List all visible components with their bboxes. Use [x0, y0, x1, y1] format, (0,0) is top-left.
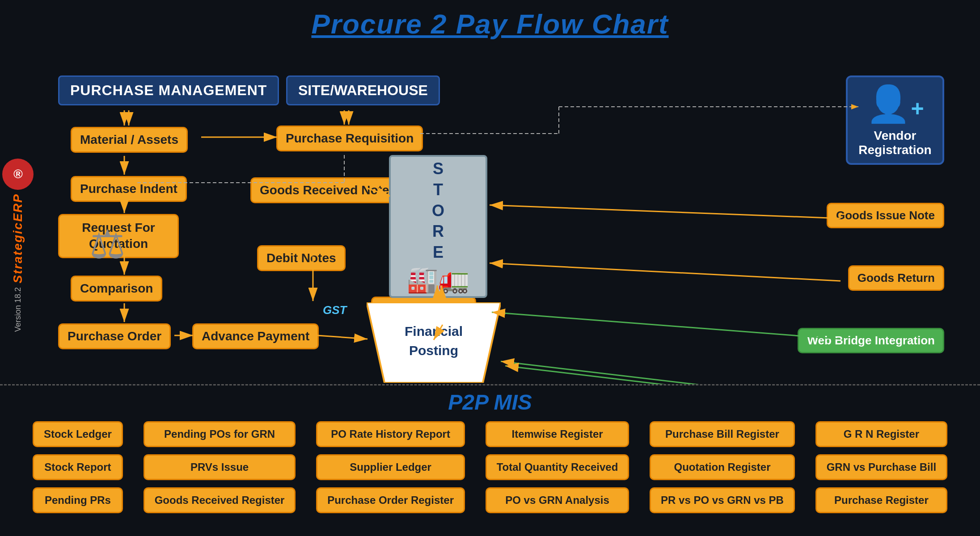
mis-item-goods-received-register[interactable]: Goods Received Register: [144, 487, 296, 513]
mis-item-total-qty-received[interactable]: Total Quantity Received: [486, 454, 629, 480]
svg-marker-0: [367, 302, 501, 383]
vendor-icon: 👤+: [866, 83, 924, 125]
web-bridge-integration-box[interactable]: Web Bridge Integration: [798, 328, 944, 353]
mis-item-pending-prs[interactable]: Pending PRs: [33, 487, 123, 513]
mis-item-po-rate-history[interactable]: PO Rate History Report: [316, 421, 465, 447]
site-warehouse-header: SITE/WAREHOUSE: [286, 75, 440, 105]
scale-icon: ⚖: [89, 221, 126, 268]
mis-col-2: Pending POs for GRN PRVs Issue Goods Rec…: [144, 421, 296, 513]
store-letters: STORE: [432, 159, 444, 263]
vendor-registration-box[interactable]: 👤+ Vendor Registration: [846, 75, 944, 165]
mis-item-grn-vs-pb[interactable]: GRN vs Purchase Bill: [815, 454, 947, 480]
svg-line-26: [490, 205, 841, 218]
flowchart-area: ® StrategicERP Version 18.2 PURCHASE MAN…: [0, 44, 980, 406]
mis-item-pr-po-grn-pb[interactable]: PR vs PO vs GRN vs PB: [650, 487, 795, 513]
mis-col-1: Stock Ledger Stock Report Pending PRs: [33, 421, 123, 513]
mis-col-3: PO Rate History Report Supplier Ledger P…: [316, 421, 465, 513]
main-container: Procure 2 Pay Flow Chart ® StrategicERP …: [0, 0, 980, 536]
mis-col-6: G R N Register GRN vs Purchase Bill Purc…: [815, 421, 947, 513]
goods-issue-note-box[interactable]: Goods Issue Note: [827, 203, 944, 228]
mis-title: P2P MIS: [0, 385, 980, 421]
mis-item-quotation-register[interactable]: Quotation Register: [650, 454, 795, 480]
goods-received-note-box[interactable]: Goods Received Note: [250, 177, 398, 203]
purchase-management-header: PURCHASE MANAGEMENT: [58, 75, 279, 105]
purchase-indent-box[interactable]: Purchase Indent: [71, 176, 187, 202]
mis-item-supplier-ledger[interactable]: Supplier Ledger: [316, 454, 465, 480]
mis-col-4: Itemwise Register Total Quantity Receive…: [486, 421, 629, 513]
mis-item-po-vs-grn[interactable]: PO vs GRN Analysis: [486, 487, 629, 513]
debit-notes-box[interactable]: Debit Notes: [257, 245, 346, 271]
svg-text:Financial: Financial: [405, 324, 463, 339]
svg-line-27: [490, 263, 841, 281]
advance-payment-box[interactable]: Advance Payment: [192, 323, 319, 349]
vendor-registration-label: Vendor Registration: [858, 129, 931, 157]
logo-circle: ®: [2, 159, 34, 190]
mis-item-po-register[interactable]: Purchase Order Register: [316, 487, 465, 513]
mis-item-stock-report[interactable]: Stock Report: [33, 454, 123, 480]
svg-line-18: [317, 335, 368, 339]
mis-item-grn-register[interactable]: G R N Register: [815, 421, 947, 447]
store-box: STORE 🏭🚛: [389, 155, 487, 298]
mis-grid: Stock Ledger Stock Report Pending PRs Pe…: [0, 421, 980, 513]
mis-area: P2P MIS Stock Ledger Stock Report Pendin…: [0, 384, 980, 536]
svg-line-28: [492, 312, 841, 339]
mis-item-pending-pos-grn[interactable]: Pending POs for GRN: [144, 421, 296, 447]
svg-text:Posting: Posting: [409, 343, 458, 358]
mis-item-prvs-issue[interactable]: PRVs Issue: [144, 454, 296, 480]
purchase-requisition-box[interactable]: Purchase Requisition: [276, 126, 423, 151]
mis-col-5: Purchase Bill Register Quotation Registe…: [650, 421, 795, 513]
page-title: Procure 2 Pay Flow Chart: [0, 0, 980, 44]
strategic-logo: ® StrategicERP Version 18.2: [0, 151, 36, 339]
goods-return-box[interactable]: Goods Return: [848, 265, 944, 291]
mis-item-stock-ledger[interactable]: Stock Ledger: [33, 421, 123, 447]
gst-label: GST: [323, 303, 346, 317]
logo-text: StrategicERP: [11, 193, 25, 283]
mis-item-itemwise-register[interactable]: Itemwise Register: [486, 421, 629, 447]
mis-item-purchase-register[interactable]: Purchase Register: [815, 487, 947, 513]
logo-version: Version 18.2: [13, 287, 23, 332]
comparison-box[interactable]: Comparison: [71, 276, 162, 302]
store-icon: 🏭🚛: [407, 265, 469, 294]
mis-item-purchase-bill-register[interactable]: Purchase Bill Register: [650, 421, 795, 447]
material-assets-box[interactable]: Material / Assets: [71, 127, 188, 153]
purchase-order-box[interactable]: Purchase Order: [58, 323, 171, 349]
financial-posting-container[interactable]: Financial Posting: [367, 302, 501, 383]
